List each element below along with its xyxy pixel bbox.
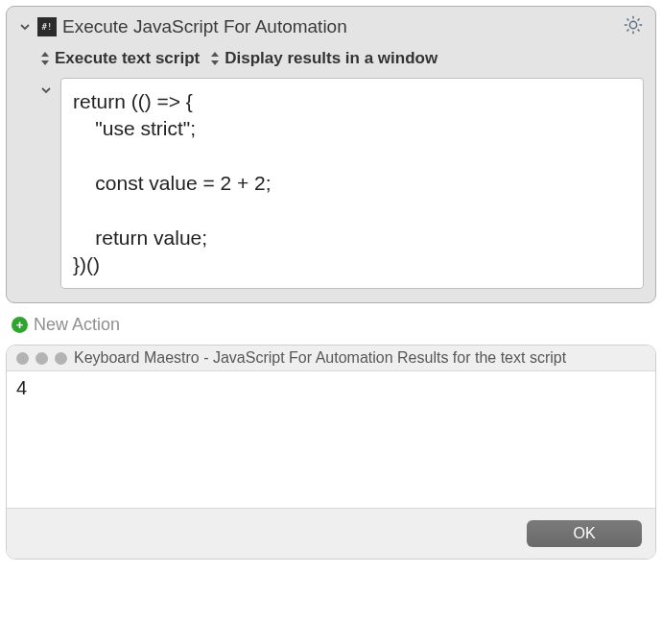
- result-target-dropdown[interactable]: Display results in a window: [209, 49, 437, 68]
- result-target-label: Display results in a window: [225, 49, 437, 68]
- gear-icon[interactable]: [623, 14, 644, 36]
- result-footer: OK: [7, 508, 655, 559]
- script-source-dropdown[interactable]: Execute text script: [39, 49, 200, 68]
- result-output: 4: [7, 371, 655, 508]
- updown-icon: [39, 51, 51, 66]
- new-action-button[interactable]: + New Action: [12, 315, 656, 335]
- collapse-chevron-icon[interactable]: [18, 20, 32, 34]
- close-traffic-light-icon[interactable]: [16, 352, 29, 365]
- new-action-label: New Action: [34, 315, 120, 335]
- script-app-icon-glyph: #!: [42, 22, 53, 32]
- ok-button[interactable]: OK: [527, 520, 642, 547]
- action-title: Execute JavaScript For Automation: [62, 16, 347, 37]
- plus-icon: +: [12, 317, 28, 333]
- zoom-traffic-light-icon[interactable]: [55, 352, 67, 365]
- script-source-label: Execute text script: [55, 49, 200, 68]
- script-collapse-chevron-icon[interactable]: [39, 83, 53, 97]
- updown-icon: [209, 51, 221, 66]
- action-header: #! Execute JavaScript For Automation: [18, 16, 644, 37]
- minimize-traffic-light-icon[interactable]: [35, 352, 48, 365]
- action-card: #! Execute JavaScript For Automation Exe…: [6, 6, 656, 303]
- titlebar: Keyboard Maestro - JavaScript For Automa…: [7, 346, 655, 371]
- result-window: Keyboard Maestro - JavaScript For Automa…: [6, 345, 656, 560]
- svg-point-0: [629, 21, 636, 28]
- script-textarea[interactable]: return (() => { "use strict"; const valu…: [60, 78, 644, 289]
- window-title: Keyboard Maestro - JavaScript For Automa…: [74, 349, 646, 367]
- script-app-icon: #!: [37, 17, 57, 36]
- options-row: Execute text script Display results in a…: [39, 49, 644, 68]
- script-row: return (() => { "use strict"; const valu…: [39, 78, 644, 289]
